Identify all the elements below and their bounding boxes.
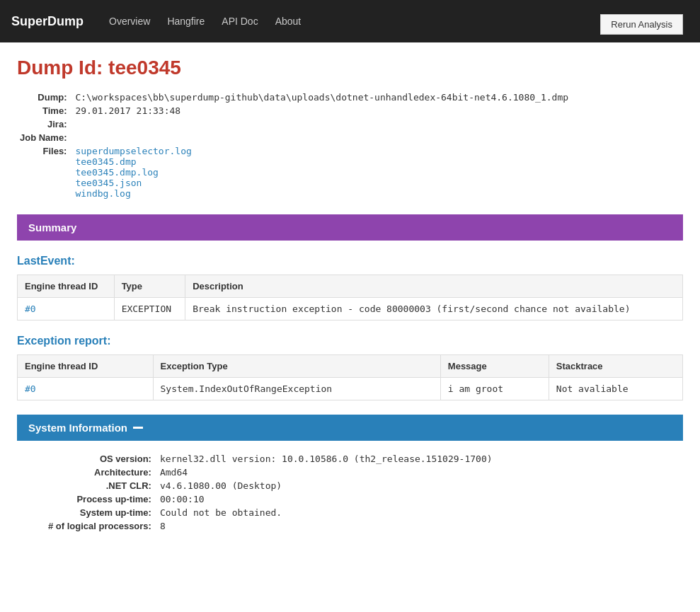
exc-col-stacktrace: Stacktrace bbox=[549, 355, 682, 378]
jira-value bbox=[72, 117, 571, 131]
nav-hangfire[interactable]: Hangfire bbox=[159, 10, 213, 33]
file-link-1[interactable]: tee0345.dmp bbox=[75, 156, 136, 167]
meta-table: Dump: C:\workspaces\bb\superdump-github\… bbox=[17, 91, 571, 200]
nav-overview[interactable]: Overview bbox=[101, 10, 159, 33]
file-link-4[interactable]: windbg.log bbox=[75, 188, 130, 199]
list-item: Process up-time: 00:00:10 bbox=[45, 492, 495, 506]
sysinfo-label: # of logical processors: bbox=[45, 519, 157, 533]
list-item: # of logical processors: 8 bbox=[45, 519, 495, 533]
exc-col-message: Message bbox=[440, 355, 549, 378]
files-list: superdumpselector.log tee0345.dmp tee034… bbox=[72, 144, 571, 200]
exc-col-type: Exception Type bbox=[153, 355, 440, 378]
last-event-col-thread: Engine thread ID bbox=[18, 275, 115, 298]
sysinfo-value: v4.6.1080.00 (Desktop) bbox=[157, 479, 495, 492]
description-cell: Break instruction exception - code 80000… bbox=[185, 298, 683, 321]
brand-logo: SuperDump bbox=[11, 14, 84, 29]
files-label: Files: bbox=[17, 144, 72, 200]
thread-id-cell: #0 bbox=[18, 378, 154, 400]
page-title: Dump Id: tee0345 bbox=[17, 57, 683, 79]
sysinfo-label: System up-time: bbox=[45, 506, 157, 519]
thread-id-cell: #0 bbox=[18, 298, 115, 321]
last-event-table: Engine thread ID Type Description #0 EXC… bbox=[17, 275, 683, 321]
thread-id-link[interactable]: #0 bbox=[25, 383, 36, 394]
dump-label: Dump: bbox=[17, 91, 72, 104]
time-value: 29.01.2017 21:33:48 bbox=[72, 104, 571, 117]
system-info-label: System Information bbox=[28, 422, 127, 434]
system-info-header: System Information bbox=[17, 415, 683, 441]
exception-type-cell: System.IndexOutOfRangeException bbox=[153, 378, 440, 400]
jobname-label: Job Name: bbox=[17, 131, 72, 144]
table-row: #0 System.IndexOutOfRangeException i am … bbox=[18, 378, 683, 400]
jobname-value bbox=[72, 131, 571, 144]
message-cell: i am groot bbox=[440, 378, 549, 400]
exception-report-title: Exception report: bbox=[17, 335, 683, 347]
dump-value: C:\workspaces\bb\superdump-github\data\u… bbox=[72, 91, 571, 104]
navbar: SuperDump Overview Hangfire API Doc Abou… bbox=[0, 0, 700, 42]
time-label: Time: bbox=[17, 104, 72, 117]
list-item: .NET CLR: v4.6.1080.00 (Desktop) bbox=[45, 479, 495, 492]
sysinfo-label: Architecture: bbox=[45, 466, 157, 479]
last-event-col-desc: Description bbox=[185, 275, 683, 298]
last-event-col-type: Type bbox=[114, 275, 185, 298]
table-row: #0 EXCEPTION Break instruction exception… bbox=[18, 298, 683, 321]
sysinfo-value: 8 bbox=[157, 519, 495, 533]
thread-id-link[interactable]: #0 bbox=[25, 304, 36, 314]
nav-apidoc[interactable]: API Doc bbox=[213, 10, 266, 33]
nav-about[interactable]: About bbox=[267, 10, 310, 33]
sysinfo-label: Process up-time: bbox=[45, 492, 157, 506]
stacktrace-cell: Not avaliable bbox=[549, 378, 682, 400]
sysinfo-value: Amd64 bbox=[157, 466, 495, 479]
list-item: System up-time: Could not be obtained. bbox=[45, 506, 495, 519]
sysinfo-value: Could not be obtained. bbox=[157, 506, 495, 519]
file-link-3[interactable]: tee0345.json bbox=[75, 178, 142, 188]
file-link-0[interactable]: superdumpselector.log bbox=[75, 146, 191, 156]
collapse-icon[interactable] bbox=[133, 427, 143, 429]
exc-col-thread: Engine thread ID bbox=[18, 355, 154, 378]
sysinfo-label: .NET CLR: bbox=[45, 479, 157, 492]
sysinfo-value: 00:00:10 bbox=[157, 492, 495, 506]
file-link-2[interactable]: tee0345.dmp.log bbox=[75, 167, 158, 178]
type-cell: EXCEPTION bbox=[114, 298, 185, 321]
jira-label: Jira: bbox=[17, 117, 72, 131]
list-item: OS version: kernel32.dll version: 10.0.1… bbox=[45, 452, 495, 466]
list-item: Architecture: Amd64 bbox=[45, 466, 495, 479]
last-event-title: LastEvent: bbox=[17, 255, 683, 267]
sysinfo-value: kernel32.dll version: 10.0.10586.0 (th2_… bbox=[157, 452, 495, 466]
rerun-analysis-button[interactable]: Rerun Analysis bbox=[600, 14, 683, 35]
summary-header: Summary bbox=[17, 214, 683, 241]
exception-report-table: Engine thread ID Exception Type Message … bbox=[17, 354, 683, 400]
sysinfo-label: OS version: bbox=[45, 452, 157, 466]
sysinfo-table: OS version: kernel32.dll version: 10.0.1… bbox=[45, 452, 495, 533]
